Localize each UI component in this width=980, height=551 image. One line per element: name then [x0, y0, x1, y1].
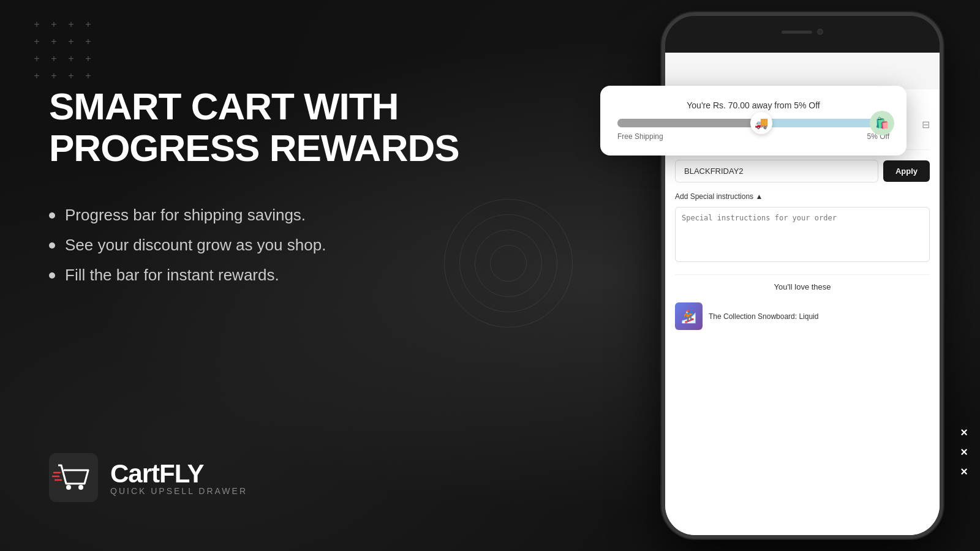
phone-top-bar: [665, 16, 940, 53]
upsell-title: You'll love these: [675, 282, 930, 291]
x-mark-2: ×: [960, 446, 968, 458]
free-shipping-label: Free Shipping: [617, 132, 663, 141]
logo-area: CartFLY QUICK UPSELL DRAWER: [49, 453, 247, 502]
phone-mockup: 🎁 Gift Card Denominations: $10 − 1 + Rs.…: [662, 12, 943, 539]
x-mark-1: ×: [960, 426, 968, 438]
cartfly-logo-icon: [49, 453, 98, 502]
plus-item: +: [48, 18, 60, 31]
plus-item: +: [31, 53, 43, 65]
upsell-item: 🏂 The Collection Snowboard: Liquid: [675, 298, 930, 335]
plus-item: +: [82, 36, 94, 48]
plus-grid-decoration: + + + + + + + + + + + + + + + +: [31, 18, 94, 82]
plus-item: +: [31, 36, 43, 48]
plus-item: +: [31, 70, 43, 82]
apply-button[interactable]: Apply: [883, 160, 930, 182]
bullet-dot: [49, 242, 55, 249]
plus-item: +: [65, 53, 77, 65]
plus-item: +: [48, 36, 60, 48]
progress-bar-fill: [617, 119, 767, 127]
plus-item: +: [82, 18, 94, 31]
bullet-dot: [49, 212, 55, 219]
phone-notch: [766, 23, 839, 40]
plus-item: +: [82, 53, 94, 65]
plus-item: +: [65, 18, 77, 31]
plus-item: +: [82, 70, 94, 82]
progress-title: You're Rs. 70.00 away from 5% Off: [617, 100, 889, 110]
progress-truck-icon: 🚚: [750, 112, 772, 134]
progress-card: You're Rs. 70.00 away from 5% Off 🚚 🛍️ F…: [600, 86, 907, 156]
coupon-section: Apply: [675, 160, 930, 182]
coupon-input[interactable]: [675, 160, 878, 182]
x-marks-decoration: × × ×: [960, 426, 968, 478]
plus-item: +: [31, 18, 43, 31]
bullet-item-2: See your discount grow as you shop.: [49, 236, 466, 255]
plus-item: +: [65, 70, 77, 82]
upsell-emoji: 🏂: [681, 309, 696, 324]
upsell-product-image: 🏂: [675, 302, 703, 330]
upsell-section: You'll love these 🏂 The Collection Snowb…: [675, 274, 930, 335]
feature-list: Progress bar for shipping savings. See y…: [49, 206, 466, 285]
progress-labels: Free Shipping 5% Off: [617, 132, 889, 141]
special-instructions-toggle[interactable]: Add Special instructions ▲: [675, 192, 930, 201]
bullet-item-3: Fill the bar for instant rewards.: [49, 266, 466, 285]
svg-rect-0: [49, 453, 98, 502]
bullet-dot: [49, 272, 55, 279]
special-instructions-textarea[interactable]: [675, 207, 930, 262]
plus-item: +: [48, 70, 60, 82]
left-panel: SMART CART WITH PROGRESS REWARDS Progres…: [49, 86, 466, 334]
progress-bar-container: 🚚 🛍️: [617, 119, 889, 127]
bullet-item-1: Progress bar for shipping savings.: [49, 206, 466, 225]
notch-speaker: [782, 31, 812, 34]
progress-bag-icon: 🛍️: [870, 111, 894, 135]
plus-item: +: [65, 36, 77, 48]
logo-name: CartFLY: [110, 459, 247, 489]
page-title: SMART CART WITH PROGRESS REWARDS: [49, 86, 466, 169]
svg-point-2: [78, 485, 83, 490]
notch-camera: [817, 29, 823, 35]
product-remove-button[interactable]: ⊟: [922, 119, 930, 130]
svg-point-1: [66, 485, 71, 490]
x-mark-3: ×: [960, 465, 968, 478]
logo-text-block: CartFLY QUICK UPSELL DRAWER: [110, 459, 247, 496]
logo-subtitle: QUICK UPSELL DRAWER: [110, 486, 247, 496]
upsell-product-name: The Collection Snowboard: Liquid: [709, 312, 818, 321]
cart-content: 🎁 Gift Card Denominations: $10 − 1 + Rs.…: [665, 89, 940, 539]
plus-item: +: [48, 53, 60, 65]
